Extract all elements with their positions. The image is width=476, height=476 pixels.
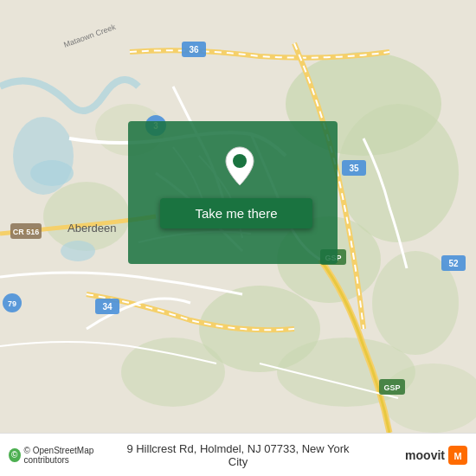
take-me-there-button[interactable]: Take me there [160,198,312,228]
svg-text:34: 34 [102,302,113,312]
svg-text:GSP: GSP [383,383,400,392]
osm-icon: © [9,448,21,462]
svg-point-35 [233,154,247,168]
moovit-icon: M [448,446,467,465]
svg-text:52: 52 [448,259,459,268]
svg-point-6 [43,182,130,251]
moovit-label: moovit [405,448,445,462]
moovit-branding: moovit M [353,446,468,465]
svg-text:79: 79 [8,299,16,308]
svg-text:CR 516: CR 516 [13,228,40,236]
svg-text:Aberdeen: Aberdeen [68,222,116,235]
svg-point-12 [30,160,74,186]
map-pin [222,145,257,187]
svg-text:M: M [453,451,461,461]
osm-attribution: © © OpenStreetMap contributors [9,446,124,465]
map-container: 36 35 34 CR 516 GSP GSP 3 79 52 Aberdeen… [0,0,476,433]
svg-text:36: 36 [189,45,199,55]
bottom-bar: © © OpenStreetMap contributors 9 Hillcre… [0,433,476,476]
osm-text: © OpenStreetMap contributors [24,446,124,465]
svg-rect-34 [128,121,338,264]
address-label: 9 Hillcrest Rd, Holmdel, NJ 07733, New Y… [124,442,353,468]
svg-text:35: 35 [349,164,359,173]
svg-point-13 [61,241,95,261]
